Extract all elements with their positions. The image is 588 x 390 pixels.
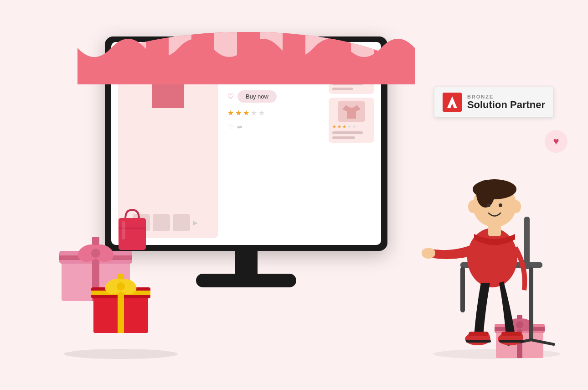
monitor-stand-base <box>196 274 296 287</box>
person-character <box>415 135 561 363</box>
product-action-icons: ♡ ⇌ <box>227 123 320 130</box>
svg-rect-60 <box>501 332 521 336</box>
action-heart-icon[interactable]: ♡ <box>227 123 233 130</box>
action-share-icon[interactable]: ⇌ <box>237 123 242 130</box>
svg-rect-39 <box>529 267 533 340</box>
badge-label: Solution Partner <box>467 99 545 110</box>
svg-point-47 <box>476 180 495 208</box>
svg-point-51 <box>512 200 521 213</box>
svg-rect-56 <box>469 332 489 336</box>
svg-rect-61 <box>499 340 524 343</box>
shadow-left <box>64 349 178 359</box>
related-2-line-1 <box>332 131 363 134</box>
svg-point-49 <box>499 203 502 207</box>
svg-point-53 <box>422 248 435 259</box>
svg-rect-52 <box>488 225 501 236</box>
svg-rect-41 <box>524 217 530 269</box>
buy-now-button[interactable]: Buy now <box>237 90 277 103</box>
buy-button-row: ♡ Buy now <box>227 90 320 103</box>
adobe-logo <box>443 93 462 112</box>
related-product-2: ★ ★ ★ ★ ★ <box>329 98 374 143</box>
star-3: ★ <box>243 109 249 117</box>
svg-point-48 <box>487 203 490 207</box>
badge-text: BRONZE Solution Partner <box>467 94 545 110</box>
svg-rect-57 <box>466 340 491 343</box>
star-1: ★ <box>227 109 234 117</box>
svg-point-22 <box>91 249 100 258</box>
awning <box>77 0 415 84</box>
svg-point-29 <box>117 282 125 291</box>
related-product-2-image <box>338 101 365 122</box>
thumbnail-3[interactable] <box>173 214 190 231</box>
partner-badge: BRONZE Solution Partner <box>434 87 554 118</box>
svg-rect-15 <box>122 221 125 239</box>
thumbnail-2[interactable] <box>153 214 170 231</box>
related-2-stars: ★ ★ ★ ★ ★ <box>332 124 371 129</box>
star-4: ★ <box>251 109 257 117</box>
related-2-line-2 <box>332 136 355 139</box>
svg-point-50 <box>468 200 477 213</box>
svg-line-42 <box>531 340 554 344</box>
rating-stars: ★ ★ ★ ★ ★ <box>227 109 320 117</box>
thumb-next[interactable]: ▶ <box>193 219 198 226</box>
scene: % ◀ <box>0 0 588 390</box>
related-1-line-2 <box>332 88 353 90</box>
svg-rect-40 <box>460 267 465 312</box>
wishlist-icon[interactable]: ♡ <box>227 92 234 101</box>
gift-red <box>91 274 150 333</box>
star-2: ★ <box>235 109 242 117</box>
star-5: ★ <box>258 109 265 117</box>
